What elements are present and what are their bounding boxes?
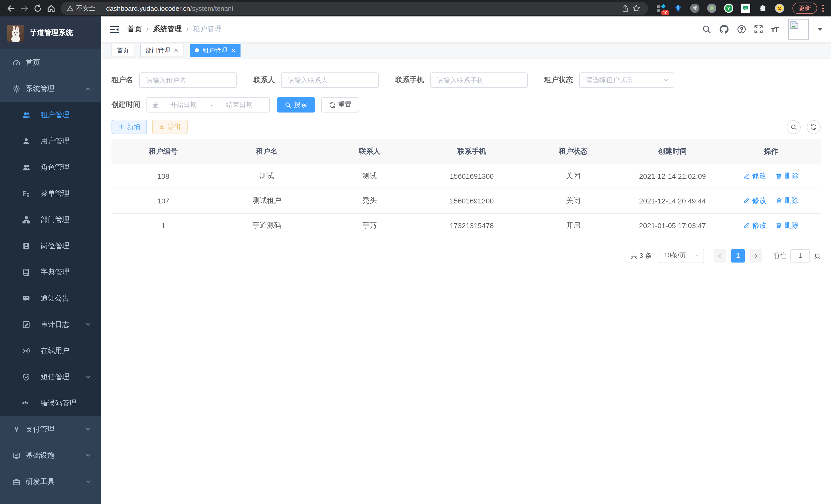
cell-tenant-id: 108: [112, 164, 215, 188]
sidebar-menu: 首页 系统管理 租户管理 用户管理 角色管理: [0, 49, 101, 504]
edit-button[interactable]: 修改: [743, 196, 767, 206]
tab-dept[interactable]: 部门管理 ✕: [140, 44, 183, 57]
delete-button[interactable]: 删除: [776, 172, 799, 181]
sidebar-toggle-icon[interactable]: [110, 24, 119, 34]
chevron-left-icon: [717, 253, 723, 259]
user-avatar[interactable]: [789, 19, 809, 39]
edit-icon: [743, 198, 750, 204]
fullscreen-icon[interactable]: [754, 25, 764, 34]
search-icon: [791, 124, 797, 130]
browser-forward-icon[interactable]: [18, 2, 31, 15]
status-select[interactable]: 请选择租户状态: [579, 72, 674, 88]
table-tools: [787, 120, 821, 134]
sidebar-item-audit-log[interactable]: 审计日志: [0, 312, 101, 337]
sidebar-item-user[interactable]: 用户管理: [0, 128, 101, 154]
tab-tenant[interactable]: 租户管理 ✕: [190, 44, 240, 57]
pagination: 共 3 条 10条/页 1 前往 页: [112, 248, 821, 263]
toggle-search-button[interactable]: [787, 120, 801, 134]
page-size-select[interactable]: 10条/页: [659, 248, 704, 263]
app-shell: 芋道管理系统 首页 系统管理 租户管理 用户管理: [0, 17, 831, 504]
browser-back-icon[interactable]: [4, 2, 18, 15]
prev-page-button[interactable]: [714, 249, 726, 262]
table-row: 1 芋道源码 芋艿 17321315478 开启 2021-01-05 17:0…: [112, 213, 821, 238]
chevron-down-icon: [663, 77, 669, 83]
edit-icon: [743, 173, 750, 180]
cell-actions: 修改 删除: [721, 188, 821, 213]
extension-puzzle-icon[interactable]: [758, 4, 767, 13]
sidebar-logo[interactable]: 芋道管理系统: [0, 17, 101, 49]
refresh-table-button[interactable]: [807, 120, 821, 134]
trash-icon: [776, 222, 782, 229]
sidebar-item-tenant[interactable]: 租户管理: [0, 102, 101, 128]
sidebar-item-pay[interactable]: ¥ 支付管理: [0, 416, 101, 442]
delete-button[interactable]: 删除: [776, 221, 799, 230]
bookmark-star-icon[interactable]: [631, 2, 642, 15]
share-icon[interactable]: [619, 2, 631, 15]
browser-update-button[interactable]: 更新: [793, 3, 817, 14]
extension-command-icon[interactable]: ⌘: [690, 4, 699, 13]
sidebar-item-notice[interactable]: 通知公告: [0, 285, 101, 312]
code-icon: </>: [22, 399, 30, 407]
extension-y-icon[interactable]: Y: [724, 4, 733, 13]
close-icon[interactable]: ✕: [174, 47, 178, 54]
sidebar-item-post[interactable]: 岗位管理: [0, 233, 101, 259]
site-security[interactable]: 不安全: [67, 4, 95, 12]
sidebar-item-system[interactable]: 系统管理: [0, 76, 101, 102]
yen-icon: ¥: [12, 425, 21, 433]
start-date-placeholder: 开始日期: [159, 100, 208, 110]
sidebar-item-dict[interactable]: 字典管理: [0, 259, 101, 285]
edit-button[interactable]: 修改: [743, 172, 767, 181]
extension-dot-icon[interactable]: [707, 4, 716, 13]
contact-input[interactable]: [281, 72, 379, 88]
sidebar-item-dev-tools[interactable]: 研发工具: [0, 469, 101, 495]
reset-button[interactable]: 重置: [321, 97, 359, 113]
browser-reload-icon[interactable]: [31, 2, 44, 15]
tenant-name-input[interactable]: [139, 72, 237, 88]
breadcrumb-home[interactable]: 首页: [127, 25, 142, 34]
delete-button[interactable]: 删除: [776, 196, 799, 206]
extension-gem-icon[interactable]: [673, 4, 683, 13]
next-page-button[interactable]: [750, 249, 762, 262]
close-icon[interactable]: ✕: [231, 47, 235, 54]
sidebar-item-label: 审计日志: [40, 320, 69, 329]
sidebar-item-online-users[interactable]: 在线用户: [0, 337, 101, 364]
sidebar-item-dept[interactable]: 部门管理: [0, 207, 101, 233]
tags-view: 首页 部门管理 ✕ 租户管理 ✕: [101, 42, 831, 59]
search-label: 搜索: [294, 100, 307, 110]
sidebar-item-infra[interactable]: 基础设施: [0, 442, 101, 469]
extension-grid-icon[interactable]: 10: [656, 4, 665, 13]
chevron-down-icon: [85, 322, 91, 327]
tab-label: 首页: [117, 46, 129, 55]
page-size-value: 10条/页: [664, 251, 686, 260]
browser-menu-icon[interactable]: [822, 5, 824, 12]
search-icon[interactable]: [702, 25, 712, 34]
sidebar-item-error-code[interactable]: </> 错误码管理: [0, 390, 101, 416]
avatar-dropdown-icon[interactable]: [818, 28, 823, 31]
field-label: 创建时间: [112, 100, 140, 110]
sidebar-item-home[interactable]: 首页: [0, 49, 101, 76]
extension-chat-icon[interactable]: [741, 4, 750, 13]
url-host: dashboard.yudao.iocoder.cn: [106, 4, 190, 12]
page-number-current[interactable]: 1: [731, 249, 745, 262]
address-bar[interactable]: 不安全 dashboard.yudao.iocoder.cn/system/te…: [61, 2, 648, 14]
search-button[interactable]: 搜索: [277, 97, 315, 113]
github-icon[interactable]: [719, 24, 729, 34]
breadcrumb-section[interactable]: 系统管理: [153, 25, 182, 34]
mobile-input[interactable]: [430, 72, 528, 88]
sidebar-item-sms[interactable]: 短信管理: [0, 364, 101, 390]
browser-home-icon[interactable]: [44, 2, 58, 15]
sidebar-item-role[interactable]: 角色管理: [0, 154, 101, 180]
field-label: 联系人: [253, 76, 275, 85]
help-icon[interactable]: [737, 25, 746, 34]
add-button[interactable]: 新增: [112, 120, 147, 134]
sidebar-item-label: 短信管理: [40, 372, 69, 382]
goto-page-input[interactable]: [791, 249, 810, 262]
sidebar-item-menu[interactable]: 菜单管理: [0, 180, 101, 207]
create-time-range-picker[interactable]: 开始日期 - 结束日期: [146, 97, 270, 113]
edit-button[interactable]: 修改: [743, 221, 767, 230]
export-button[interactable]: 导出: [152, 120, 188, 134]
main-panel: 首页 / 系统管理 / 租户管理: [101, 17, 831, 504]
profile-avatar-icon[interactable]: [775, 4, 784, 13]
font-size-icon[interactable]: тT: [771, 25, 779, 34]
tab-home[interactable]: 首页: [112, 44, 134, 57]
